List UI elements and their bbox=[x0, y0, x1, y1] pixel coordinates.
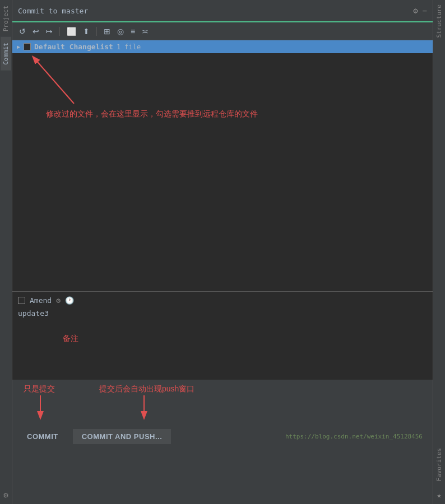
action-buttons-row: COMMIT COMMIT AND PUSH... https://blog.c… bbox=[12, 424, 433, 449]
sidebar-icon-settings[interactable]: ⚙ bbox=[2, 486, 10, 504]
file-annotation-text: 修改过的文件，会在这里显示，勾选需要推到远程仓库的文件 bbox=[46, 109, 258, 119]
sidebar-item-structure[interactable]: Structure bbox=[434, 0, 444, 43]
menu-button[interactable]: ≡ bbox=[128, 26, 137, 37]
toolbar-separator-2 bbox=[96, 27, 97, 36]
amend-row: Amend ⚙ 🕐 bbox=[18, 296, 427, 305]
push-button[interactable]: ⬆ bbox=[81, 26, 92, 37]
sidebar-item-project[interactable]: Project bbox=[1, 0, 11, 37]
toolbar-separator-1 bbox=[59, 27, 60, 36]
rollback-button[interactable]: ↩ bbox=[30, 26, 41, 37]
auto-push-text: 提交后会自动出现push窗口 bbox=[99, 384, 194, 394]
amend-gear-icon[interactable]: ⚙ bbox=[56, 296, 61, 305]
left-sidebar: Project Commit ⚙ bbox=[0, 0, 12, 504]
url-text: https://blog.csdn.net/weixin_45128456 bbox=[285, 433, 427, 440]
commit-and-push-button[interactable]: COMMIT AND PUSH... bbox=[73, 429, 171, 444]
only-commit-text: 只是提交 bbox=[24, 384, 55, 394]
expand-button[interactable]: ≍ bbox=[140, 26, 151, 37]
bottom-wrapper: Amend ⚙ 🕐 备注 只是提交 提交后会自动出现push窗口 bbox=[12, 291, 433, 504]
move-button[interactable]: ↦ bbox=[44, 26, 55, 37]
title-bar: Commit to master ⚙ − bbox=[12, 0, 433, 22]
refresh-button[interactable]: ↺ bbox=[17, 26, 28, 37]
gear-icon[interactable]: ⚙ bbox=[413, 6, 418, 15]
favorites-star-icon[interactable]: ★ bbox=[435, 486, 443, 504]
annotation-area: 只是提交 提交后会自动出现push窗口 bbox=[12, 380, 433, 424]
compare-button[interactable]: ◎ bbox=[115, 26, 126, 37]
arrow-auto-push bbox=[133, 395, 166, 421]
buttons-section-wrapper: 只是提交 提交后会自动出现push窗口 bbox=[12, 380, 433, 504]
commit-button[interactable]: COMMIT bbox=[18, 429, 67, 444]
changelist-checkbox[interactable] bbox=[24, 43, 31, 50]
main-panel: Commit to master ⚙ − ↺ ↩ ↦ ⬜ ⬆ ⊞ ◎ ≡ ≍ ▶… bbox=[12, 0, 433, 504]
changelist-count: 1 file bbox=[117, 43, 141, 51]
amend-label: Amend bbox=[30, 296, 52, 305]
shelve-button[interactable]: ⊞ bbox=[101, 26, 113, 37]
window-title: Commit to master bbox=[18, 7, 409, 15]
expand-arrow-icon: ▶ bbox=[17, 44, 20, 50]
arrow-svg-files bbox=[29, 53, 96, 109]
minimize-icon[interactable]: − bbox=[423, 6, 427, 15]
changelist-row[interactable]: ▶ Default Changelist 1 file bbox=[12, 40, 433, 53]
file-list-annotation-area: 修改过的文件，会在这里显示，勾选需要推到远程仓库的文件 bbox=[12, 53, 433, 199]
file-list-section: ▶ Default Changelist 1 file 修改过的文件，会在这里显… bbox=[12, 40, 433, 291]
diff-button[interactable]: ⬜ bbox=[64, 26, 78, 37]
commit-message-wrapper: 备注 bbox=[18, 309, 427, 377]
toolbar: ↺ ↩ ↦ ⬜ ⬆ ⊞ ◎ ≡ ≍ bbox=[12, 22, 433, 40]
arrow-only-commit bbox=[29, 395, 63, 421]
sidebar-item-favorites[interactable]: Favorites bbox=[434, 444, 444, 486]
changelist-label: Default Changelist bbox=[34, 43, 113, 51]
commit-annotation-text: 备注 bbox=[63, 334, 445, 344]
sidebar-item-commit[interactable]: Commit bbox=[1, 37, 11, 71]
right-sidebar: Structure Favorites ★ bbox=[433, 0, 445, 504]
commit-section: Amend ⚙ 🕐 备注 bbox=[12, 291, 433, 380]
amend-checkbox[interactable] bbox=[18, 297, 25, 304]
svg-line-1 bbox=[35, 59, 74, 104]
amend-clock-icon[interactable]: 🕐 bbox=[65, 296, 74, 305]
